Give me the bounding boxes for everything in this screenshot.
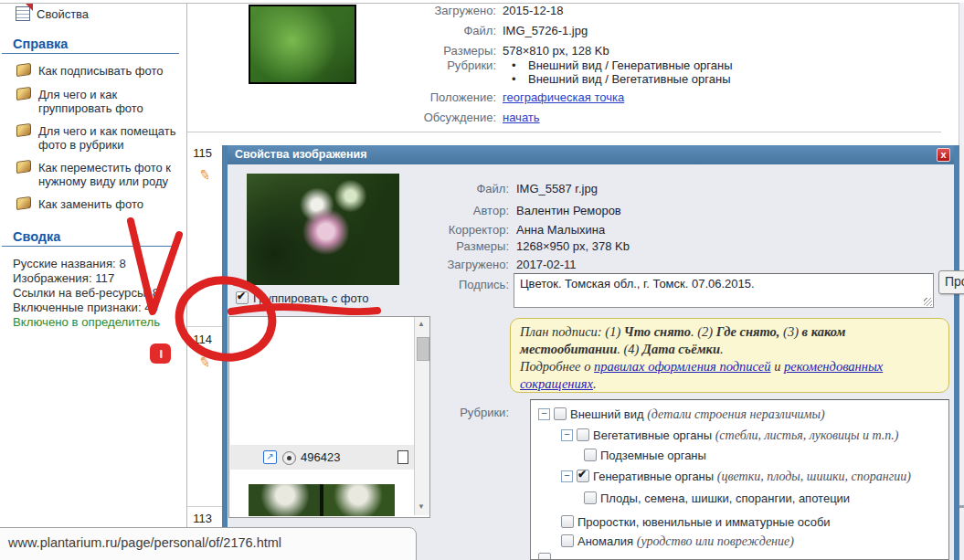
group-checkbox[interactable] bbox=[236, 291, 249, 304]
sidebar-item-properties[interactable]: Свойства bbox=[37, 7, 89, 21]
dialog-titlebar[interactable]: Свойства изображения x bbox=[228, 145, 954, 164]
row-divider bbox=[187, 326, 222, 327]
status-url-tooltip: www.plantarium.ru/page/personal/of/2176.… bbox=[0, 527, 417, 560]
rubric-note: (детали строения неразличимы) bbox=[647, 407, 824, 421]
open-external-icon[interactable]: ↗ bbox=[263, 450, 277, 464]
meta-label: Файл: bbox=[387, 24, 496, 37]
field-value: Валентин Реморов bbox=[516, 204, 621, 217]
discussion-label: Обсуждение: bbox=[387, 111, 496, 124]
sidebar-help-link[interactable]: Как заменить фото bbox=[16, 197, 185, 211]
stat-web-links: Ссылки на веб-ресурсы: 8 bbox=[13, 286, 159, 300]
rubrics-tree[interactable]: −Внешний вид (детали строения неразличим… bbox=[530, 399, 949, 560]
meta-value: IMG_5726-1.jpg bbox=[503, 24, 588, 37]
rubric-tree-row: Плоды, семена, шишки, спорангии, апотеци… bbox=[531, 491, 942, 508]
help-section-title: Справка bbox=[13, 37, 68, 51]
book-icon bbox=[16, 63, 31, 77]
rubrics-label: Рубрики: bbox=[372, 406, 509, 419]
rubric-checkbox[interactable] bbox=[584, 491, 597, 504]
species-photo-thumbnail[interactable] bbox=[249, 5, 356, 84]
resize-handle[interactable] bbox=[924, 298, 932, 306]
note-text: Дата съёмки bbox=[642, 342, 720, 356]
edit-pencil-icon[interactable]: ✎ bbox=[197, 166, 212, 185]
sidebar-help-link[interactable]: Как подписывать фото bbox=[16, 64, 185, 78]
meta-label: Загружено: bbox=[387, 4, 496, 17]
thumbnail-toolbar: ↗ 496423 bbox=[230, 445, 414, 470]
thumbnail-radio[interactable] bbox=[282, 451, 296, 465]
sidebar-help-link[interactable]: Как переместить фото к нужному виду или … bbox=[16, 161, 185, 188]
close-icon[interactable]: x bbox=[937, 148, 950, 162]
bullet: • bbox=[512, 72, 516, 86]
copy-stack-icon[interactable] bbox=[397, 450, 408, 464]
sidebar-help-link[interactable]: Для чего и как помещать фото в рубрики bbox=[16, 124, 185, 152]
rubric-tree-row: −Внешний вид (детали строения неразличим… bbox=[531, 407, 942, 424]
book-icon bbox=[16, 196, 31, 210]
rubric-note: (стебли, листья, луковицы и т.п.) bbox=[715, 428, 899, 442]
rubric-label: Проростки, ювенильные и имматурные особи bbox=[577, 515, 831, 529]
caption-text: Цветок. Томская обл., г. Томск. 07.06.20… bbox=[520, 277, 755, 291]
rubric-expander-icon[interactable]: − bbox=[561, 470, 573, 482]
page: Свойства Справка Как подписывать фото Дл… bbox=[0, 0, 964, 560]
scroll-thumb[interactable] bbox=[417, 337, 429, 361]
stat-images: Изображения: 117 bbox=[13, 271, 114, 285]
note-text: . bbox=[720, 342, 724, 356]
rubric-expander-icon[interactable]: − bbox=[538, 408, 550, 420]
group-checkbox-label: Группировать с фото bbox=[253, 291, 369, 305]
rubric-note: (цветки, плоды, шишки, спорангии) bbox=[717, 470, 911, 483]
rubric-label: Вегетативные органы (стебли, листья, лук… bbox=[593, 428, 898, 443]
photo-row-number: 115 bbox=[186, 146, 212, 160]
field-value: 2017-02-11 bbox=[516, 258, 577, 271]
location-link[interactable]: географическая точка bbox=[503, 90, 624, 104]
meta-value: 578×810 px, 128 Kb bbox=[503, 44, 609, 58]
rubric-checkbox[interactable] bbox=[554, 407, 567, 420]
rubric-expander-icon[interactable]: − bbox=[561, 429, 573, 441]
rubric-tree-row: Проростки, ювенильные и имматурные особи bbox=[531, 515, 942, 532]
field-label: Корректор: bbox=[372, 223, 509, 237]
bullet: • bbox=[512, 58, 516, 72]
caption-textarea[interactable]: Цветок. Томская обл., г. Томск. 07.06.20… bbox=[514, 273, 934, 308]
note-link[interactable]: правилах оформления подписей bbox=[594, 359, 771, 374]
sidebar-help-link[interactable]: Для чего и как группировать фото bbox=[16, 88, 185, 115]
rubric-label: Генеративные органы (цветки, плоды, шишк… bbox=[593, 470, 911, 484]
rubric-tree-row: −Генеративные органы (цветки, плоды, шиш… bbox=[531, 470, 942, 486]
rubrics-label: Рубрики: bbox=[387, 58, 496, 72]
rubric-label: Аномалия (уродство или повреждение) bbox=[577, 534, 794, 549]
note-text: План подписи: (1) bbox=[520, 324, 624, 339]
note-text: . (4) bbox=[617, 342, 642, 356]
rubric-checkbox[interactable] bbox=[561, 515, 574, 528]
location-label: Положение: bbox=[387, 90, 496, 104]
rubric-note: (уродство или повреждение) bbox=[637, 534, 794, 548]
meta-label: Размеры: bbox=[387, 44, 496, 58]
field-label: Размеры: bbox=[372, 239, 509, 253]
note-text: . bbox=[593, 376, 597, 391]
red-marker-blob-notch bbox=[160, 350, 163, 358]
edit-pencil-icon[interactable]: ✎ bbox=[197, 354, 212, 372]
discussion-start-link[interactable]: начать bbox=[503, 111, 540, 124]
scroll-up-icon[interactable]: ▲ bbox=[418, 320, 427, 328]
note-text: и bbox=[771, 359, 785, 374]
caption-label: Подпись: bbox=[372, 278, 509, 291]
rubric-checkbox[interactable] bbox=[538, 553, 551, 560]
included-in-key-link[interactable]: Включено в определитель bbox=[13, 315, 160, 329]
rubric-label: Подземные органы bbox=[600, 449, 706, 462]
summary-section-title: Сводка bbox=[13, 229, 60, 244]
photo-row-number: 114 bbox=[186, 333, 212, 346]
stat-features: Включенные признаки: 43 bbox=[13, 301, 158, 314]
rubric-checkbox[interactable] bbox=[577, 470, 589, 482]
note-text: . (2) bbox=[691, 324, 716, 339]
rubric-label: Внешний вид (детали строения неразличимы… bbox=[570, 407, 825, 422]
scroll-down-icon[interactable]: ▼ bbox=[418, 502, 427, 511]
field-label: Загружено: bbox=[372, 258, 509, 271]
group-thumbnail-photo-partial[interactable] bbox=[249, 484, 395, 516]
book-icon bbox=[16, 87, 31, 100]
note-text: (3) bbox=[779, 324, 801, 339]
rubric-item: Внешний вид / Вегетативные органы bbox=[528, 72, 730, 86]
field-label: Автор: bbox=[372, 204, 509, 217]
sidebar-divider bbox=[186, 3, 187, 527]
rubric-checkbox[interactable] bbox=[584, 449, 597, 461]
rubric-label: Плоды, семена, шишки, спорангии, апотеци… bbox=[600, 491, 850, 505]
group-thumbnail-photo[interactable] bbox=[249, 331, 395, 439]
rubric-checkbox[interactable] bbox=[561, 534, 574, 547]
note-text: Подробнее о bbox=[520, 359, 594, 374]
photo-row-number: 113 bbox=[186, 512, 212, 525]
rubric-checkbox[interactable] bbox=[577, 428, 589, 441]
